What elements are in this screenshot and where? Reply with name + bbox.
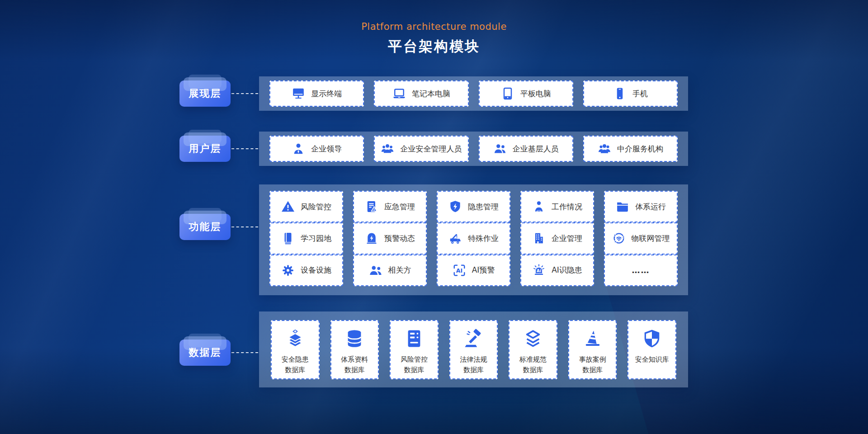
worker-icon — [532, 200, 546, 213]
server-icon — [404, 328, 425, 349]
database-card-label-line: 数据库 — [519, 365, 547, 375]
book-icon — [281, 231, 295, 245]
database-card-label-line: 法律法规 — [460, 354, 487, 365]
module-label: 显示终端 — [311, 89, 342, 99]
database-card-label-line: 安全知识库 — [635, 354, 669, 365]
database-card-label-line: 标准规范 — [519, 354, 547, 365]
layer-label-data: 数据层 — [179, 340, 231, 366]
module-chip: 笔记本电脑 — [374, 80, 468, 107]
module-chip: 相关方 — [353, 255, 427, 286]
module-label: 特殊作业 — [468, 233, 499, 244]
module-chip: 设备设施 — [269, 255, 343, 286]
module-chip: 隐患管理 — [437, 191, 510, 222]
module-chip: 企业基层人员 — [479, 136, 573, 162]
emergency-doc-icon — [365, 200, 378, 213]
database-card-label-line: 体系资料 — [341, 354, 368, 365]
layer-panel-presentation: 显示终端笔记本电脑平板电脑手机 — [259, 76, 688, 111]
database-card-label: 事故案例数据库 — [579, 354, 606, 376]
database-card-label: 安全知识库 — [635, 354, 669, 365]
module-chip: 企业领导 — [269, 136, 364, 162]
connector-line — [231, 352, 258, 353]
module-chip: 特殊作业 — [437, 222, 510, 254]
layer-label-function: 功能层 — [179, 214, 231, 240]
warning-triangle-icon — [281, 200, 295, 213]
module-label: 预警动态 — [384, 233, 415, 244]
module-label: 手机 — [632, 89, 648, 99]
layer-panel-function: 风险管控应急管理隐患管理工作情况体系运行学习园地预警动态特殊作业企业管理物联网管… — [259, 184, 688, 295]
module-chip: 工作情况 — [520, 191, 594, 222]
module-label: 工作情况 — [552, 202, 582, 212]
platform-architecture-diagram: Platform architecture module 平台架构模块 展现层显… — [0, 0, 868, 434]
module-label: AI识隐患 — [552, 265, 582, 275]
svg-text:Ai: Ai — [537, 269, 541, 273]
database-card-label-line: 事故案例 — [579, 354, 606, 365]
module-label: 体系运行 — [635, 202, 666, 212]
database-card: 安全隐患数据库 — [271, 320, 320, 379]
module-chip: 企业管理 — [520, 222, 594, 254]
module-label: AI预警 — [472, 265, 495, 275]
module-chip: 中介服务机构 — [583, 136, 678, 162]
module-chip: 物联网管理 — [604, 222, 678, 254]
database-card: 标准规范数据库 — [509, 320, 557, 379]
alert-bolt-icon — [365, 231, 378, 245]
database-card-label-line: 风险管控 — [401, 354, 428, 365]
module-label: 中介服务机构 — [617, 144, 663, 154]
cone-icon — [582, 328, 603, 349]
database-card: 体系资料数据库 — [330, 320, 379, 379]
database-card-label-line: 数据库 — [401, 365, 428, 375]
module-chip: 应急管理 — [353, 191, 427, 222]
database-card-label-line: 数据库 — [282, 365, 309, 375]
module-label: …… — [632, 265, 650, 275]
tablet-icon — [501, 87, 514, 100]
connector-line — [231, 93, 258, 94]
layer-panel-user: 企业领导企业安全管理人员企业基层人员中介服务机构 — [259, 132, 688, 166]
module-chip: 风险管控 — [269, 191, 343, 222]
module-row: 学习园地预警动态特殊作业企业管理物联网管理 — [269, 222, 678, 254]
people-icon — [369, 264, 382, 277]
module-chip: 显示终端 — [269, 80, 364, 107]
database-card-label: 体系资料数据库 — [341, 354, 368, 376]
connector-line — [231, 226, 258, 227]
database-card-label: 法律法规数据库 — [460, 354, 487, 376]
module-chip: …… — [604, 255, 678, 286]
module-label: 企业管理 — [552, 233, 582, 244]
module-row: 设备设施相关方AIAI预警AiAI识隐患…… — [269, 255, 678, 286]
stack-icon — [285, 328, 306, 349]
module-chip: 平板电脑 — [479, 80, 573, 107]
module-row: 显示终端笔记本电脑平板电脑手机 — [269, 80, 678, 107]
group-icon — [598, 142, 611, 156]
shield-icon — [642, 328, 662, 349]
connector-line — [231, 148, 258, 149]
module-label: 企业基层人员 — [513, 144, 559, 154]
module-label: 隐患管理 — [468, 202, 499, 212]
database-card: 安全知识库 — [627, 320, 676, 379]
module-chip: AiAI识隐患 — [520, 255, 594, 286]
layer-label-user: 用户层 — [179, 136, 231, 162]
crane-truck-icon — [448, 231, 462, 245]
module-label: 企业领导 — [311, 144, 342, 154]
database-card: 法律法规数据库 — [449, 320, 498, 379]
gear-icon — [281, 264, 295, 277]
module-label: 风险管控 — [301, 202, 331, 212]
shield-bolt-icon — [448, 200, 462, 213]
gavel-icon — [463, 328, 484, 349]
ai-scan-icon: AI — [453, 264, 466, 277]
database-card-label-line: 安全隐患 — [282, 354, 309, 365]
module-label: 平板电脑 — [520, 89, 551, 99]
subtitle-english: Platform architecture module — [0, 21, 868, 32]
person-icon — [292, 142, 305, 156]
database-card-label-line: 数据库 — [341, 365, 368, 375]
phone-icon — [613, 87, 627, 100]
module-chip: AIAI预警 — [437, 255, 510, 286]
folder-icon — [616, 200, 629, 213]
database-card-label: 风险管控数据库 — [401, 354, 428, 376]
two-people-icon — [493, 142, 507, 156]
module-label: 企业安全管理人员 — [400, 144, 462, 154]
building-icon — [532, 231, 546, 245]
database-card: 风险管控数据库 — [390, 320, 439, 379]
layer-panel-data: 安全隐患数据库体系资料数据库风险管控数据库法律法规数据库标准规范数据库事故案例数… — [259, 311, 688, 387]
team-icon — [381, 142, 394, 156]
module-chip: 学习园地 — [269, 222, 343, 254]
database-card-label: 安全隐患数据库 — [282, 354, 309, 376]
module-label: 笔记本电脑 — [412, 89, 450, 99]
